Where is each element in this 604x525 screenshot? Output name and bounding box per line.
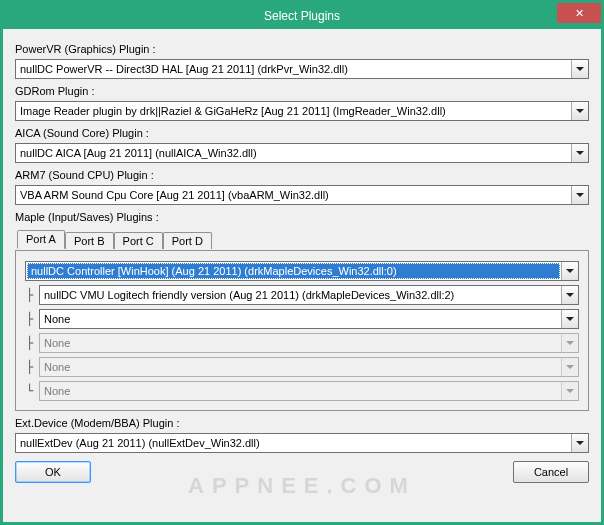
- chevron-down-icon[interactable]: [571, 102, 588, 120]
- chevron-down-icon[interactable]: [561, 286, 578, 304]
- chevron-down-icon[interactable]: [571, 186, 588, 204]
- aica-plugin-value: nullDC AICA [Aug 21 2011] (nullAICA_Win3…: [16, 147, 571, 159]
- tree-branch-icon: ├: [25, 337, 39, 349]
- maple-tabs: Port A Port B Port C Port D: [15, 229, 589, 248]
- chevron-down-icon: [561, 358, 578, 376]
- gdrom-plugin-combo[interactable]: Image Reader plugin by drk||Raziel & GiG…: [15, 101, 589, 121]
- chevron-down-icon[interactable]: [561, 262, 578, 280]
- maple-subdevice-2-value: None: [40, 313, 561, 325]
- chevron-down-icon[interactable]: [571, 60, 588, 78]
- chevron-down-icon[interactable]: [571, 144, 588, 162]
- gdrom-label: GDRom Plugin :: [15, 85, 589, 97]
- chevron-down-icon: [561, 334, 578, 352]
- extdev-label: Ext.Device (Modem/BBA) Plugin :: [15, 417, 589, 429]
- maple-subdevice-row-3: ├ None: [25, 333, 579, 353]
- extdev-plugin-combo[interactable]: nullExtDev (Aug 21 2011) (nullExtDev_Win…: [15, 433, 589, 453]
- maple-subdevice-5-combo: None: [39, 381, 579, 401]
- chevron-down-icon[interactable]: [561, 310, 578, 328]
- tree-branch-icon: ├: [25, 361, 39, 373]
- powervr-label: PowerVR (Graphics) Plugin :: [15, 43, 589, 55]
- maple-subdevice-3-combo: None: [39, 333, 579, 353]
- aica-plugin-combo[interactable]: nullDC AICA [Aug 21 2011] (nullAICA_Win3…: [15, 143, 589, 163]
- maple-label: Maple (Input/Saves) Plugins :: [15, 211, 589, 223]
- client-area: PowerVR (Graphics) Plugin : nullDC Power…: [3, 29, 601, 522]
- arm7-plugin-value: VBA ARM Sound Cpu Core [Aug 21 2011] (vb…: [16, 189, 571, 201]
- title-bar: Select Plugins ✕: [3, 3, 601, 29]
- tree-branch-icon: ├: [25, 313, 39, 325]
- maple-subdevice-1-combo[interactable]: nullDC VMU Logitech friendly version (Au…: [39, 285, 579, 305]
- tab-port-a[interactable]: Port A: [17, 230, 65, 249]
- maple-subdevice-row-1: ├ nullDC VMU Logitech friendly version (…: [25, 285, 579, 305]
- aica-label: AICA (Sound Core) Plugin :: [15, 127, 589, 139]
- arm7-label: ARM7 (Sound CPU) Plugin :: [15, 169, 589, 181]
- gdrom-plugin-value: Image Reader plugin by drk||Raziel & GiG…: [16, 105, 571, 117]
- ok-button[interactable]: OK: [15, 461, 91, 483]
- powervr-plugin-value: nullDC PowerVR -- Direct3D HAL [Aug 21 2…: [16, 63, 571, 75]
- cancel-button[interactable]: Cancel: [513, 461, 589, 483]
- dialog-button-row: OK Cancel: [15, 461, 589, 483]
- tab-port-c[interactable]: Port C: [114, 232, 163, 249]
- maple-subdevice-4-combo: None: [39, 357, 579, 377]
- maple-subdevice-1-value: nullDC VMU Logitech friendly version (Au…: [40, 289, 561, 301]
- maple-port-a-panel: nullDC Controller [WinHook] (Aug 21 2011…: [15, 250, 589, 411]
- maple-subdevice-4-value: None: [40, 361, 561, 373]
- window-title: Select Plugins: [264, 9, 340, 23]
- window-close-button[interactable]: ✕: [557, 3, 601, 23]
- tab-port-b[interactable]: Port B: [65, 232, 114, 249]
- powervr-plugin-combo[interactable]: nullDC PowerVR -- Direct3D HAL [Aug 21 2…: [15, 59, 589, 79]
- maple-subdevice-row-2: ├ None: [25, 309, 579, 329]
- maple-subdevice-5-value: None: [40, 385, 561, 397]
- maple-main-device-combo[interactable]: nullDC Controller [WinHook] (Aug 21 2011…: [25, 261, 579, 281]
- select-plugins-window: Select Plugins ✕ PowerVR (Graphics) Plug…: [0, 0, 604, 525]
- tree-end-icon: └: [25, 385, 39, 397]
- maple-subdevice-3-value: None: [40, 337, 561, 349]
- maple-main-device-value: nullDC Controller [WinHook] (Aug 21 2011…: [27, 263, 560, 279]
- close-icon: ✕: [575, 7, 584, 20]
- chevron-down-icon: [561, 382, 578, 400]
- chevron-down-icon[interactable]: [571, 434, 588, 452]
- extdev-plugin-value: nullExtDev (Aug 21 2011) (nullExtDev_Win…: [16, 437, 571, 449]
- tree-branch-icon: ├: [25, 289, 39, 301]
- maple-subdevice-2-combo[interactable]: None: [39, 309, 579, 329]
- maple-subdevice-row-4: ├ None: [25, 357, 579, 377]
- arm7-plugin-combo[interactable]: VBA ARM Sound Cpu Core [Aug 21 2011] (vb…: [15, 185, 589, 205]
- maple-subdevice-row-5: └ None: [25, 381, 579, 401]
- tab-port-d[interactable]: Port D: [163, 232, 212, 249]
